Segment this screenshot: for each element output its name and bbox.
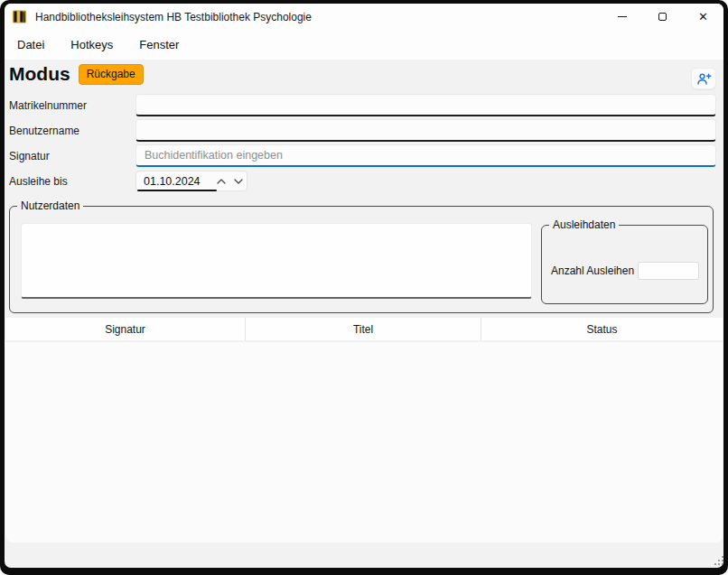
menu-item-hotkeys[interactable]: Hotkeys [70, 38, 113, 51]
add-user-button[interactable] [691, 68, 716, 89]
matrikelnummer-label: Matrikelnummer [9, 99, 135, 112]
table-body [5, 341, 723, 543]
person-add-icon [696, 72, 712, 86]
window-title: Handbibliotheksleihsystem HB Testbibliot… [35, 11, 312, 23]
form-row-benutzername: Benutzername [9, 118, 716, 143]
anzahl-ausleihen-row: Anzahl Ausleihen [551, 262, 699, 280]
column-header-status[interactable]: Status [481, 318, 723, 340]
matrikelnummer-field[interactable] [135, 94, 716, 116]
app-window: Handbibliotheksleihsystem HB Testbibliot… [0, 0, 728, 575]
maximize-icon [658, 13, 667, 21]
signatur-label: Signatur [9, 150, 135, 162]
resize-grip-icon[interactable] [714, 556, 716, 558]
minimize-icon [618, 16, 627, 17]
menu-item-datei[interactable]: Datei [17, 38, 44, 51]
nutzerdaten-legend: Nutzerdaten [17, 199, 83, 212]
menu-item-fenster[interactable]: Fenster [139, 38, 179, 51]
window-controls: ✕ [602, 4, 723, 30]
ausleihdaten-legend: Ausleihdaten [549, 218, 619, 231]
anzahl-ausleihen-label: Anzahl Ausleihen [551, 264, 638, 277]
page-title: Modus [9, 63, 70, 85]
form-row-ausleihe-bis: Ausleihe bis 01.10.2024 [9, 171, 716, 191]
spinner-down-button[interactable] [229, 172, 247, 190]
table-header: Signatur Titel Status [5, 318, 723, 340]
close-icon: ✕ [698, 11, 708, 23]
window-inner: Handbibliotheksleihsystem HB Testbibliot… [5, 4, 723, 568]
mode-badge: Rückgabe [79, 64, 144, 85]
chevron-down-icon [234, 179, 243, 184]
maximize-button[interactable] [642, 4, 683, 30]
due-date-spinner[interactable]: 01.10.2024 [135, 171, 247, 191]
benutzername-label: Benutzername [9, 125, 135, 137]
form-row-matrikelnummer: Matrikelnummer [9, 93, 716, 117]
ausleihe-bis-label: Ausleihe bis [9, 175, 135, 188]
menu-bar: Datei Hotkeys Fenster [5, 30, 723, 60]
column-header-signatur[interactable]: Signatur [5, 318, 246, 340]
ausleihdaten-groupbox: Ausleihdaten Anzahl Ausleihen [541, 225, 708, 304]
library-books-icon [12, 9, 27, 24]
nutzerdaten-textarea[interactable] [21, 223, 532, 299]
spinner-up-button[interactable] [212, 172, 229, 190]
benutzername-field[interactable] [135, 119, 716, 142]
title-bar[interactable]: Handbibliotheksleihsystem HB Testbibliot… [5, 4, 723, 30]
anzahl-ausleihen-field[interactable] [638, 262, 699, 280]
nutzerdaten-groupbox: Nutzerdaten Ausleihdaten Anzahl Ausleihe… [9, 206, 714, 313]
signatur-field[interactable] [135, 144, 716, 167]
due-date-value[interactable]: 01.10.2024 [144, 175, 212, 188]
close-button[interactable]: ✕ [683, 4, 723, 30]
form-row-signatur: Signatur [9, 144, 716, 168]
mode-header: Modus Rückgabe [9, 63, 144, 85]
date-underline [137, 190, 217, 191]
column-header-titel[interactable]: Titel [246, 318, 481, 340]
minimize-button[interactable] [602, 4, 642, 30]
chevron-up-icon [217, 179, 226, 184]
